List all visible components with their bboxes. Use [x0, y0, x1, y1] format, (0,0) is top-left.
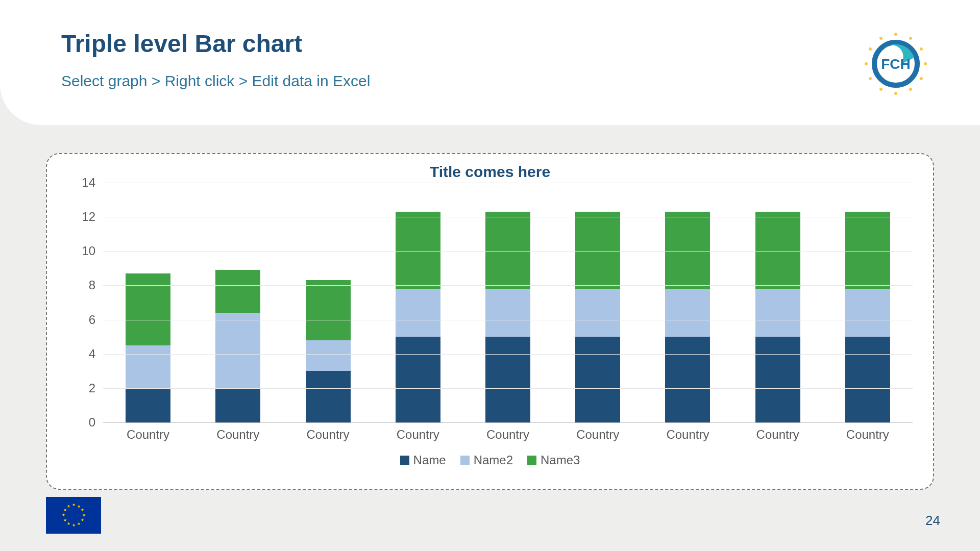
chart-x-label: Country	[387, 428, 449, 442]
svg-point-11	[879, 37, 883, 40]
chart-bar-segment	[215, 270, 260, 313]
chart-y-tick: 4	[70, 347, 95, 361]
chart-bar-segment	[396, 212, 440, 289]
svg-text:FCH: FCH	[881, 56, 911, 72]
chart-bar	[755, 212, 800, 422]
svg-point-1	[909, 37, 912, 40]
svg-point-4	[920, 77, 923, 80]
chart-bar-segment	[485, 337, 530, 422]
chart-bar-segment	[755, 212, 800, 289]
chart-gridline	[103, 251, 913, 252]
chart-bar-segment	[575, 337, 620, 422]
chart-bar	[215, 270, 260, 422]
svg-point-7	[879, 88, 883, 91]
chart-bar-segment	[575, 289, 620, 337]
chart-title: Title comes here	[62, 163, 918, 181]
chart-bar-segment	[126, 345, 170, 388]
chart-legend-item: Name	[400, 453, 446, 467]
svg-point-9	[865, 62, 868, 65]
chart-gridline	[103, 388, 913, 389]
chart-bar-segment	[845, 289, 890, 337]
chart-y-tick: 14	[70, 176, 95, 190]
legend-swatch-icon	[400, 456, 409, 465]
chart-bar-segment	[306, 371, 351, 422]
chart-bar	[845, 212, 890, 422]
chart-container[interactable]: Title comes here 02468101214 CountryCoun…	[46, 153, 934, 490]
legend-label: Name2	[474, 453, 513, 467]
chart-bar-segment	[845, 212, 890, 289]
page-subtitle: Select graph > Right click > Edit data i…	[61, 72, 370, 90]
svg-point-6	[894, 92, 897, 95]
chart-x-label: Country	[837, 428, 898, 442]
chart-bar-segment	[396, 289, 440, 337]
chart-x-label: Country	[298, 428, 359, 442]
chart-gridline	[103, 354, 913, 355]
chart-legend-item: Name2	[460, 453, 513, 467]
svg-point-5	[909, 88, 912, 91]
chart-y-tick: 0	[70, 415, 95, 430]
chart-x-label: Country	[747, 428, 808, 442]
chart-bar-segment	[755, 289, 800, 337]
chart-bar-segment	[665, 337, 710, 422]
chart-bar-segment	[665, 289, 710, 337]
chart-plot-area: 02468101214	[62, 183, 918, 422]
chart-gridline	[103, 422, 913, 423]
svg-point-2	[920, 47, 923, 51]
chart-bar-segment	[575, 212, 620, 289]
svg-point-8	[869, 77, 872, 80]
chart-bar-segment	[396, 337, 440, 422]
chart-gridline	[103, 183, 913, 183]
chart-bar-segment	[215, 313, 260, 388]
chart-bar-segment	[215, 388, 260, 422]
chart-y-tick: 6	[70, 313, 95, 327]
chart-bar	[126, 273, 170, 422]
chart-bar-segment	[126, 273, 170, 345]
legend-label: Name	[413, 453, 446, 467]
chart-bar-segment	[845, 337, 890, 422]
chart-bar-segment	[126, 388, 170, 422]
fch-logo: FCH	[857, 26, 934, 102]
chart-x-label: Country	[477, 428, 538, 442]
chart-gridline	[103, 217, 913, 217]
chart-legend: NameName2Name3	[62, 453, 918, 467]
page-number: 24	[925, 513, 940, 529]
chart-y-tick: 2	[70, 381, 95, 395]
chart-bar-segment	[665, 212, 710, 289]
chart-x-label: Country	[567, 428, 628, 442]
eu-flag-icon: ★★★★★★★★★★★★	[46, 497, 101, 534]
chart-bars	[103, 183, 913, 422]
header-panel	[0, 0, 980, 125]
svg-point-10	[869, 47, 872, 51]
svg-point-3	[924, 62, 927, 65]
legend-swatch-icon	[460, 456, 470, 465]
chart-y-tick: 12	[70, 210, 95, 224]
chart-bar	[665, 212, 710, 422]
chart-bar-segment	[306, 280, 351, 340]
chart-bar	[306, 280, 351, 422]
chart-x-label: Country	[207, 428, 268, 442]
legend-label: Name3	[541, 453, 580, 467]
chart-bar-segment	[306, 340, 351, 371]
chart-legend-item: Name3	[527, 453, 580, 467]
svg-point-0	[894, 33, 897, 36]
chart-x-labels: CountryCountryCountryCountryCountryCount…	[103, 428, 913, 442]
chart-bar	[485, 212, 530, 422]
chart-gridline	[103, 320, 913, 320]
chart-x-label: Country	[657, 428, 718, 442]
chart-x-label: Country	[117, 428, 179, 442]
chart-bar-segment	[485, 289, 530, 337]
page-title: Triple level Bar chart	[61, 30, 302, 58]
chart-bar	[396, 212, 440, 422]
chart-y-tick: 8	[70, 278, 95, 292]
legend-swatch-icon	[527, 456, 536, 465]
chart-bar	[575, 212, 620, 422]
chart-bar-segment	[485, 212, 530, 289]
chart-y-tick: 10	[70, 244, 95, 258]
chart-gridline	[103, 285, 913, 286]
chart-bar-segment	[755, 337, 800, 422]
